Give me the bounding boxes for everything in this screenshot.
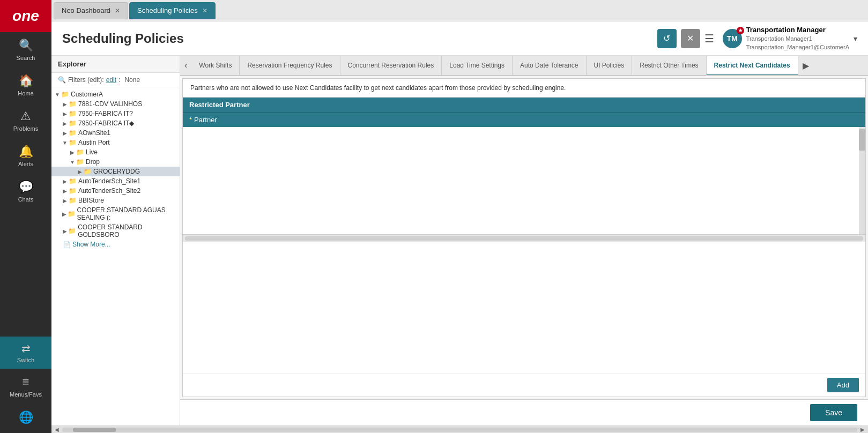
folder-icon-groceryddg: 📁 [84, 168, 92, 175]
tab-reservation-frequency[interactable]: Reservation Frequency Rules [240, 56, 340, 75]
expand-7950it2[interactable]: ▶ [61, 121, 69, 126]
hamburger-button[interactable]: ☰ [704, 32, 714, 45]
tab-neo-dashboard[interactable]: Neo Dashboard ✕ [54, 2, 128, 19]
expand-autotender2[interactable]: ▶ [61, 188, 69, 194]
tree-item-show-more[interactable]: 📄 Show More... [51, 240, 180, 249]
bottom-scrollbar[interactable]: ◀ ▶ [51, 425, 868, 433]
tree-item-cooper-aguas[interactable]: ▶ 📁 COOPER STANDARD AGUAS SEALING (: [51, 205, 180, 222]
expand-autotender1[interactable]: ▶ [61, 178, 69, 184]
sidebar-item-home[interactable]: 🏠 Home [0, 68, 51, 103]
inner-tab-bar: ‹ Work Shifts Reservation Frequency Rule… [180, 56, 868, 76]
tree-item-live[interactable]: ▶ 📁 Live [51, 147, 180, 157]
expand-cooper-aguas[interactable]: ▶ [61, 211, 68, 217]
user-dropdown-arrow[interactable]: ▾ [854, 34, 857, 43]
expand-cooper-goldsboro[interactable]: ▶ [61, 228, 68, 234]
folder-icon-austin-port: 📁 [69, 139, 77, 146]
close-button[interactable]: ✕ [681, 29, 700, 48]
sidebar-item-alerts[interactable]: 🔔 Alerts [0, 138, 51, 174]
sidebar-label-search: Search [17, 55, 35, 61]
app-logo[interactable]: one [0, 0, 51, 32]
sidebar-item-search[interactable]: 🔍 Search [0, 32, 51, 68]
explorer-tree: ▼ 📁 CustomerA ▶ 📁 7881-CDV VALINHOS ▶ 📁 … [51, 87, 180, 425]
tree-item-drop[interactable]: ▼ 📁 Drop [51, 157, 180, 167]
expand-live[interactable]: ▶ [69, 150, 76, 155]
tree-label-7950it: 7950-FABRICA IT? [78, 110, 133, 117]
sidebar-label-home: Home [18, 90, 33, 96]
tab-scheduling-policies-close[interactable]: ✕ [202, 7, 207, 14]
sidebar-label-alerts: Alerts [18, 161, 33, 167]
folder-icon-autotender2: 📁 [69, 187, 77, 195]
tab-restrict-next[interactable]: Restrict Next Candidates [707, 56, 798, 76]
tab-restrict-other-label: Restrict Other Times [640, 62, 698, 69]
tree-label-autotender2: AutoTenderSch_Site2 [78, 187, 140, 195]
expand-austin-port[interactable]: ▼ [61, 140, 69, 146]
tab-scheduling-policies[interactable]: Scheduling Policies ✕ [129, 2, 216, 19]
expand-aownsite1[interactable]: ▶ [61, 130, 69, 136]
required-indicator: * [189, 116, 192, 124]
tree-item-customer-a[interactable]: ▼ 📁 CustomerA [51, 89, 180, 99]
filter-value: None [124, 76, 140, 84]
sidebar-item-chats[interactable]: 💬 Chats [0, 174, 51, 209]
tree-label-customer-a: CustomerA [71, 91, 103, 98]
tree-item-aownsite1[interactable]: ▶ 📁 AOwnSite1 [51, 128, 180, 138]
add-button[interactable]: Add [827, 378, 859, 392]
scroll-left-arrow[interactable]: ◀ [51, 427, 62, 432]
tree-label-live: Live [86, 148, 98, 156]
sidebar-item-problems[interactable]: ⚠ Problems [0, 103, 51, 138]
expand-bbistore[interactable]: ▶ [61, 198, 69, 204]
sidebar-item-globe[interactable]: 🌐 [0, 404, 51, 433]
notification-badge: ★ [737, 27, 744, 34]
filter-edit-link[interactable]: edit [106, 76, 116, 84]
expand-7950it[interactable]: ▶ [61, 111, 69, 117]
tab-auto-date[interactable]: Auto Date Tolerance [513, 56, 587, 75]
search-icon: 🔍 [19, 39, 33, 53]
tab-load-time[interactable]: Load Time Settings [442, 56, 513, 75]
horizontal-scrollbar[interactable] [185, 236, 863, 241]
expand-drop[interactable]: ▼ [69, 159, 76, 165]
tree-item-cooper-goldsboro[interactable]: ▶ 📁 COOPER STANDARD GOLDSBORO [51, 222, 180, 240]
tree-label-austin-port: Austin Port [78, 139, 110, 146]
save-button[interactable]: Save [810, 404, 857, 421]
tab-load-time-label: Load Time Settings [449, 62, 505, 69]
scroll-right-arrow[interactable]: ▶ [857, 427, 868, 432]
vertical-scrollbar[interactable] [859, 127, 865, 234]
bottom-scrollbar-thumb[interactable] [73, 428, 116, 432]
tab-content-restrict-next: Partners who are not allowed to use Next… [182, 78, 866, 397]
tree-item-7950it[interactable]: ▶ 📁 7950-FABRICA IT? [51, 109, 180, 118]
tab-concurrent-reservation[interactable]: Concurrent Reservation Rules [340, 56, 442, 75]
tab-scroll-left[interactable]: ‹ [180, 56, 191, 75]
tree-item-bbistore[interactable]: ▶ 📁 BBIStore [51, 196, 180, 205]
tree-item-autotender1[interactable]: ▶ 📁 AutoTenderSch_Site1 [51, 176, 180, 186]
header-actions: ↺ ✕ ☰ TM ★ Transportation Manager Transp… [657, 25, 857, 51]
sidebar-label-switch: Switch [17, 357, 34, 363]
expand-groceryddg[interactable]: ▶ [76, 169, 84, 175]
tree-label-drop: Drop [86, 158, 100, 166]
tab-work-shifts[interactable]: Work Shifts [191, 56, 240, 75]
expand-customer-a[interactable]: ▼ [54, 92, 61, 98]
tab-ui-policies[interactable]: UI Policies [587, 56, 633, 75]
tree-label-cooper-goldsboro: COOPER STANDARD GOLDSBORO [78, 223, 180, 238]
tree-item-7950it2[interactable]: ▶ 📁 7950-FABRICA IT◆ [51, 118, 180, 128]
tree-item-7881[interactable]: ▶ 📁 7881-CDV VALINHOS [51, 99, 180, 109]
sidebar-item-menus[interactable]: ≡ Menus/Favs [0, 369, 51, 404]
globe-icon: 🌐 [19, 410, 33, 424]
home-icon: 🏠 [19, 74, 33, 88]
tree-item-groceryddg[interactable]: ▶ 📁 GROCERYDDG [51, 167, 180, 176]
sidebar-label-problems: Problems [13, 125, 38, 132]
refresh-button[interactable]: ↺ [657, 29, 677, 48]
tab-work-shifts-label: Work Shifts [199, 62, 232, 69]
tab-more-button[interactable]: ▶ [798, 56, 813, 75]
expand-7881[interactable]: ▶ [61, 101, 69, 107]
sidebar-item-switch[interactable]: ⇄ Switch [0, 337, 51, 369]
tree-item-austin-port[interactable]: ▼ 📁 Austin Port [51, 138, 180, 147]
table-data-area[interactable] [183, 127, 859, 234]
explorer-title: Explorer [58, 60, 86, 68]
tab-restrict-other[interactable]: Restrict Other Times [632, 56, 706, 75]
switch-icon: ⇄ [21, 342, 31, 355]
page-header: Scheduling Policies ↺ ✕ ☰ TM ★ Transport… [51, 21, 868, 56]
bottom-scrollbar-track[interactable] [62, 428, 857, 432]
tree-item-autotender2[interactable]: ▶ 📁 AutoTenderSch_Site2 [51, 186, 180, 196]
bottom-bar: Save [180, 399, 868, 425]
tab-neo-dashboard-close[interactable]: ✕ [115, 7, 120, 14]
filter-label: Filters (edit): [68, 76, 104, 84]
